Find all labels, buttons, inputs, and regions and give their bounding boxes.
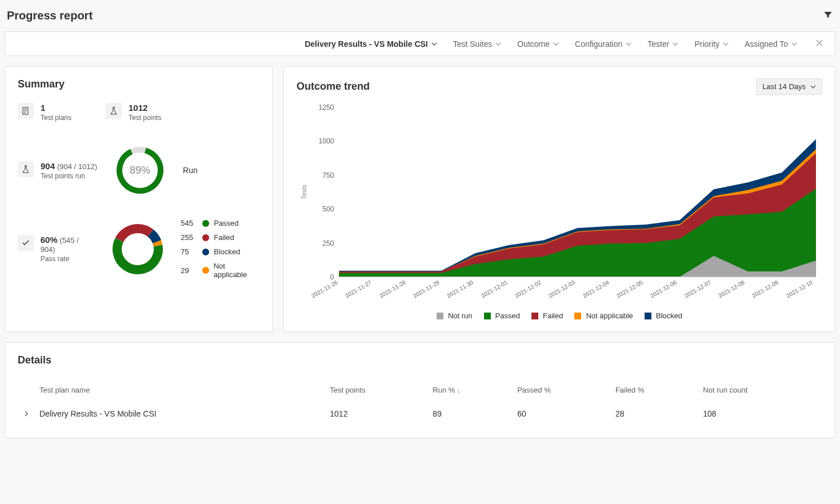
sort-down-icon: ↓ (457, 387, 461, 394)
cell-points: 1012 (325, 401, 428, 426)
trend-title: Outcome trend (297, 81, 370, 93)
pass-value: 60% (41, 235, 58, 245)
clipboard-icon (18, 103, 34, 119)
legend-na-label: Not applicable (214, 262, 260, 279)
chevron-down-icon (673, 41, 678, 47)
run-percent: 89% (114, 145, 166, 196)
legend-passed-label: Passed (495, 311, 520, 320)
chevron-down-icon (495, 41, 501, 47)
chevron-down-icon (810, 84, 816, 90)
col-passed-pct[interactable]: Passed % (513, 379, 611, 401)
run-percent-label: Run (183, 166, 198, 175)
details-title: Details (18, 354, 822, 366)
legend-failed: Failed (531, 311, 563, 320)
filter-bar: Delivery Results - VS Mobile CSI Test Su… (5, 31, 835, 56)
expand-row-icon[interactable] (18, 401, 35, 426)
legend-blocked-count: 75 (181, 247, 198, 256)
cell-not-run: 108 (698, 401, 822, 426)
y-axis-label: Tests (301, 185, 307, 199)
swatch-na (574, 313, 581, 319)
col-not-run[interactable]: Not run count (698, 379, 822, 401)
test-plans-label: Test plans (41, 114, 71, 122)
chart-legend: Not run Passed Failed Not applicable Blo… (297, 311, 822, 320)
chevron-down-icon (626, 41, 631, 47)
swatch-failed (202, 234, 209, 241)
legend-failed-label: Failed (214, 233, 234, 242)
chevron-down-icon (791, 41, 797, 47)
filter-assigned-to-label: Assigned To (745, 39, 788, 49)
col-points[interactable]: Test points (325, 379, 428, 401)
close-icon[interactable] (813, 39, 826, 49)
page-title: Progress report (7, 9, 93, 22)
details-table: Test plan name Test points Run % ↓ Passe… (18, 379, 822, 426)
table-row[interactable]: Delivery Results - VS Mobile CSI 1012 89… (18, 401, 822, 426)
pass-label: Pass rate (41, 255, 95, 263)
filter-outcome[interactable]: Outcome (517, 39, 559, 49)
run-fraction: (904 / 1012) (57, 162, 97, 171)
col-failed-pct[interactable]: Failed % (611, 379, 698, 401)
swatch-na (202, 267, 209, 274)
legend-na-label: Not applicable (586, 311, 633, 320)
legend-blocked-label: Blocked (214, 247, 240, 256)
svg-point-7 (125, 237, 150, 262)
legend-passed-label: Passed (214, 219, 238, 227)
swatch-notrun (437, 313, 443, 319)
swatch-passed (484, 313, 491, 319)
legend-failed: 255 Failed (181, 233, 260, 242)
details-card: Details Test plan name Test points Run %… (5, 342, 835, 438)
svg-text:250: 250 (322, 239, 334, 247)
test-points-label: Test points (129, 114, 161, 122)
chevron-down-icon (431, 41, 437, 47)
filter-suites-label: Test Suites (453, 39, 492, 49)
stat-test-points-run: 904 (904 / 1012) Test points run (18, 161, 97, 180)
chevron-down-icon (553, 41, 559, 47)
stat-test-plans: 1 Test plans (18, 103, 71, 122)
col-run-pct-label: Run % (433, 386, 455, 394)
legend-passed: 545 Passed (181, 219, 260, 227)
run-value: 904 (41, 161, 55, 171)
swatch-blocked (645, 313, 651, 319)
svg-text:1000: 1000 (318, 137, 334, 145)
filter-priority[interactable]: Priority (694, 39, 729, 49)
legend-blocked-label: Blocked (656, 311, 682, 320)
cell-passed-pct: 60 (513, 401, 611, 426)
svg-text:500: 500 (322, 205, 334, 213)
trend-card: Outcome trend Last 14 Days Tests 0250500… (283, 66, 835, 332)
svg-text:1250: 1250 (318, 103, 334, 111)
svg-text:750: 750 (322, 171, 334, 179)
x-axis-labels: 2021-11-262021-11-272021-11-282021-11-29… (297, 286, 822, 292)
filter-tester[interactable]: Tester (647, 39, 678, 49)
legend-failed-label: Failed (543, 311, 563, 320)
pass-legend: 545 Passed 255 Failed 75 Blocked 29 (181, 219, 260, 279)
col-run-pct[interactable]: Run % ↓ (428, 379, 513, 401)
filter-suites[interactable]: Test Suites (453, 39, 501, 49)
legend-blocked: 75 Blocked (181, 247, 260, 256)
run-donut: 89% (114, 145, 166, 196)
range-label: Last 14 Days (762, 82, 806, 91)
legend-na-count: 29 (181, 266, 198, 275)
flask-icon (106, 103, 122, 119)
legend-failed-count: 255 (181, 233, 198, 242)
legend-not-run-label: Not run (448, 311, 473, 320)
filter-outcome-label: Outcome (517, 39, 550, 49)
filter-plan[interactable]: Delivery Results - VS Mobile CSI (305, 39, 437, 49)
check-icon (18, 235, 34, 251)
legend-not-run: Not run (437, 311, 473, 320)
run-label: Test points run (41, 172, 97, 180)
filter-assigned-to[interactable]: Assigned To (745, 39, 797, 49)
swatch-passed (202, 220, 209, 227)
filter-icon[interactable] (823, 10, 833, 22)
test-plans-value: 1 (41, 103, 71, 113)
filter-tester-label: Tester (647, 39, 669, 49)
col-name[interactable]: Test plan name (35, 379, 325, 401)
swatch-blocked (202, 249, 209, 255)
legend-passed: Passed (484, 311, 520, 320)
chevron-down-icon (723, 41, 729, 47)
legend-na: Not applicable (574, 311, 633, 320)
filter-priority-label: Priority (694, 39, 719, 49)
filter-configuration-label: Configuration (575, 39, 622, 49)
legend-na: 29 Not applicable (181, 262, 260, 279)
filter-configuration[interactable]: Configuration (575, 39, 631, 49)
legend-passed-count: 545 (181, 219, 198, 227)
range-select[interactable]: Last 14 Days (756, 78, 822, 95)
